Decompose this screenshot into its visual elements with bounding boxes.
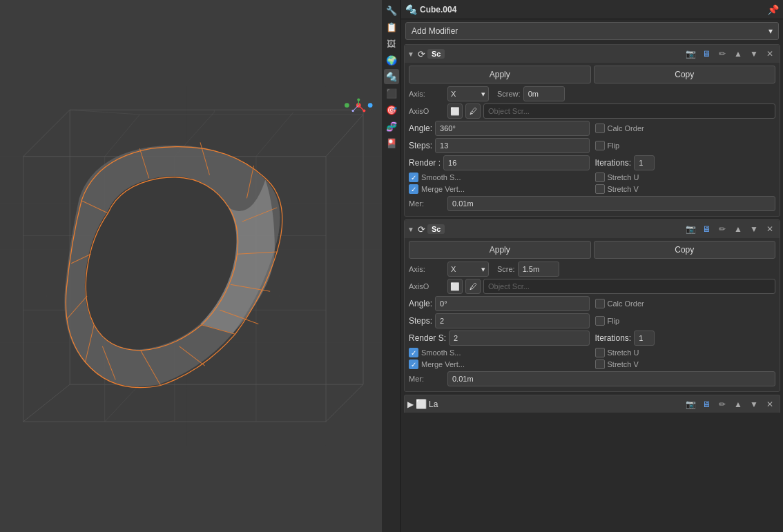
modifier2-steps-field[interactable]: 2 <box>435 313 589 328</box>
modifier1-stretchu-label: Stretch U <box>608 173 639 181</box>
svg-point-55 <box>345 103 349 108</box>
modifier2-iter-label: Iterations: <box>595 333 632 343</box>
modifier1-collapse[interactable]: ▼ <box>407 50 416 58</box>
sidebar-item-particles[interactable]: ⬛ <box>384 86 399 101</box>
modifier1-angle-field[interactable]: 360° <box>435 121 589 136</box>
modifier2-mer-row: Mer: 0.01m <box>409 371 775 386</box>
modifier2-axiso-square-btn[interactable]: ⬜ <box>447 279 463 294</box>
modifier1-mer-row: Mer: 0.01m <box>409 196 775 211</box>
modifier-icon: 🔩 <box>405 4 417 15</box>
modifier1-smooth-row: ✓ Smooth S... Stretch U <box>409 173 775 182</box>
modifier1-stretchu-cb[interactable] <box>595 173 605 182</box>
modifier1-render-field[interactable]: 16 <box>443 155 589 170</box>
modifier2-apply-button[interactable]: Apply <box>409 241 591 259</box>
sidebar-item-modifier[interactable]: 🔩 <box>384 69 399 84</box>
modifier2-render-btn[interactable]: 🖥 <box>699 222 713 236</box>
panel-title: Cube.004 <box>420 5 767 14</box>
sidebar-item-extra[interactable]: 🎴 <box>384 135 399 150</box>
modifier1-render-row: Render : 16 Iterations: 1 <box>409 155 775 170</box>
modifier1-camera-btn[interactable]: 📷 <box>684 47 697 61</box>
modifier2-angle-field[interactable]: 0° <box>435 296 589 311</box>
add-modifier-button[interactable]: Add Modifier ▾ <box>405 22 779 40</box>
bottom-bar-camera-btn[interactable]: 📷 <box>684 397 697 411</box>
modifier2-object-scr[interactable]: Object Scr... <box>483 279 775 294</box>
modifier2-mer-field[interactable]: 0.01m <box>447 371 775 386</box>
modifier1-axis-row: Axis: X ▾ Screw: 0m <box>409 86 775 101</box>
bottom-bar-close-btn[interactable]: ✕ <box>763 397 777 411</box>
sidebar-item-render[interactable]: 🖼 <box>384 36 399 51</box>
sidebar-item-world[interactable]: 🌍 <box>384 52 399 68</box>
bottom-bar-render-btn[interactable]: 🖥 <box>699 397 713 411</box>
bottom-bar-collapse[interactable]: ▶ <box>407 400 414 409</box>
modifier2-edit-btn[interactable]: ✏ <box>715 222 729 236</box>
modifier1-calc-order-cb[interactable] <box>595 124 605 133</box>
modifier2-axis-row: Axis: X ▾ Scre: 1.5m <box>409 262 775 277</box>
modifier2-calc-order-label: Calc Order <box>608 299 644 308</box>
modifier2-screw-field[interactable]: 1.5m <box>518 262 559 277</box>
modifier1-render-btn[interactable]: 🖥 <box>699 47 713 61</box>
modifier1-copy-button[interactable]: Copy <box>594 66 776 83</box>
bottom-bar-down-btn[interactable]: ▼ <box>747 397 761 411</box>
modifier2-renders-row: Render S: 2 Iterations: 1 <box>409 331 775 346</box>
modifier2-axis-select[interactable]: X ▾ <box>447 262 489 277</box>
modifier2-smooth-label: Smooth S... <box>421 348 461 357</box>
modifier2-axis-label: Axis: <box>409 265 445 273</box>
modifier2-stretchv-cb[interactable] <box>595 359 605 369</box>
modifier2-flip-cb[interactable] <box>595 316 605 326</box>
modifier1-merge-cb[interactable]: ✓ <box>409 184 418 194</box>
modifier1-render-label: Render : <box>409 158 441 168</box>
modifier2-close-btn[interactable]: ✕ <box>763 222 777 236</box>
modifier1-axiso-row: AxisO ⬜ 🖊 Object Scr... <box>409 104 775 119</box>
modifier1-axis-select[interactable]: X ▾ <box>447 86 489 101</box>
modifier2-iter-field[interactable]: 1 <box>634 331 655 346</box>
modifier2-name: Sc <box>427 224 445 234</box>
modifier1-up-btn[interactable]: ▲ <box>731 47 745 61</box>
modifier2-down-btn[interactable]: ▼ <box>747 222 761 236</box>
modifier1-object-scr[interactable]: Object Scr... <box>483 104 775 119</box>
modifier2-axiso-eyedrop-btn[interactable]: 🖊 <box>465 279 481 294</box>
modifier2-smooth-cb[interactable]: ✓ <box>409 348 418 357</box>
modifier2-merge-cb[interactable]: ✓ <box>409 359 418 369</box>
modifier2-up-btn[interactable]: ▲ <box>731 222 745 236</box>
modifier1-edit-btn[interactable]: ✏ <box>715 47 729 61</box>
viewport[interactable] <box>0 0 382 532</box>
modifier2-merge-row: ✓ Merge Vert... Stretch V <box>409 359 775 369</box>
modifier1-header: ▼ ⟳ Sc 📷 🖥 ✏ ▲ ▼ ✕ <box>405 45 780 63</box>
bottom-bar-up-btn[interactable]: ▲ <box>731 397 745 411</box>
modifier1-mer-field[interactable]: 0.01m <box>447 196 775 211</box>
modifier1-merge-label: Merge Vert... <box>421 185 465 193</box>
modifier1-smooth-label: Smooth S... <box>421 173 461 181</box>
modifier2-calc-order-cb[interactable] <box>595 299 605 308</box>
modifier1-axiso-eyedrop-btn[interactable]: 🖊 <box>465 104 481 119</box>
sidebar-item-constraints[interactable]: 🎯 <box>384 102 399 117</box>
modifier2-collapse[interactable]: ▼ <box>407 226 416 233</box>
modifier1-iter-field[interactable]: 1 <box>634 155 655 170</box>
modifier2-type-icon: ⟳ <box>418 224 425 235</box>
modifier1-flip-label: Flip <box>608 141 620 150</box>
modifier2-renders-field[interactable]: 2 <box>449 331 589 346</box>
sidebar-item-tools[interactable]: 🔧 <box>384 3 399 18</box>
modifier2-angle-row: Angle: 0° Calc Order <box>409 296 775 311</box>
sidebar-item-object[interactable]: 📋 <box>384 19 399 35</box>
modifier1-body: Apply Copy Axis: X ▾ Screw: 0m AxisO ⬜ 🖊… <box>405 63 780 216</box>
modifier1-stretchv-cb[interactable] <box>595 184 605 194</box>
modifier1-screw-field[interactable]: 0m <box>523 86 565 101</box>
modifier1-apply-button[interactable]: Apply <box>409 66 591 83</box>
modifier1-steps-field[interactable]: 13 <box>435 138 589 153</box>
modifier2-header: ▼ ⟳ Sc 📷 🖥 ✏ ▲ ▼ ✕ <box>405 220 780 238</box>
modifier2-stretchu-cb[interactable] <box>595 348 605 357</box>
pin-icon[interactable]: 📌 <box>767 4 779 15</box>
modifier1-close-btn[interactable]: ✕ <box>763 47 777 61</box>
modifier2-copy-button[interactable]: Copy <box>594 241 776 259</box>
bottom-bar-edit-btn[interactable]: ✏ <box>715 397 729 411</box>
side-icons-bar: 🔧 📋 🖼 🌍 🔩 ⬛ 🎯 🧬 🎴 <box>382 0 401 532</box>
sidebar-item-data[interactable]: 🧬 <box>384 119 399 134</box>
modifier1-flip-cb[interactable] <box>595 141 605 150</box>
modifier2-body: Apply Copy Axis: X ▾ Scre: 1.5m AxisO ⬜ … <box>405 238 780 391</box>
modifier1-block: ▼ ⟳ Sc 📷 🖥 ✏ ▲ ▼ ✕ Apply Copy Axis: X ▾ <box>404 44 780 217</box>
svg-point-61 <box>362 110 365 112</box>
modifier1-down-btn[interactable]: ▼ <box>747 47 761 61</box>
modifier1-smooth-cb[interactable]: ✓ <box>409 173 418 182</box>
modifier1-axiso-square-btn[interactable]: ⬜ <box>447 104 463 119</box>
modifier2-camera-btn[interactable]: 📷 <box>684 222 697 236</box>
